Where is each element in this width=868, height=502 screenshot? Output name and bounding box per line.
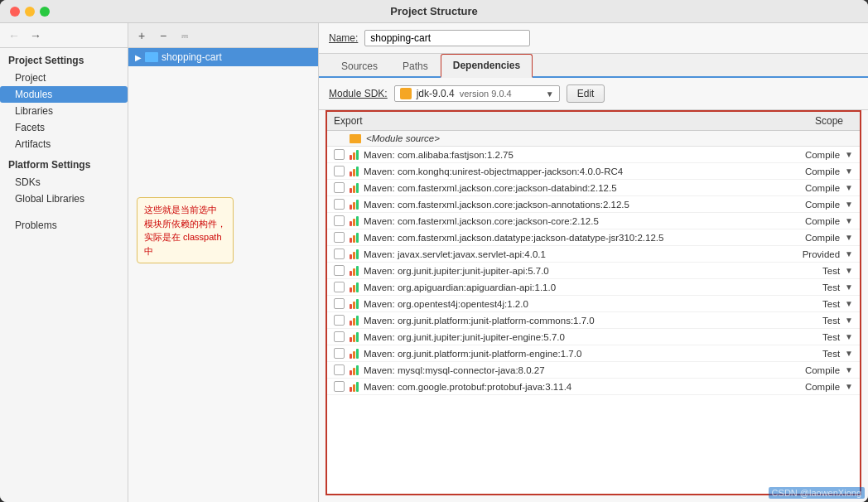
- dep-row[interactable]: Maven: org.opentest4j:opentest4j:1.2.0 T…: [327, 296, 860, 312]
- dep-scope-dropdown-icon[interactable]: ▼: [845, 382, 853, 391]
- dep-scope-dropdown-icon[interactable]: ▼: [845, 183, 853, 192]
- dep-scope: Test: [786, 299, 840, 309]
- dep-icon: [350, 216, 359, 226]
- dep-checkbox[interactable]: [334, 166, 345, 176]
- dep-row[interactable]: Maven: com.fasterxml.jackson.datatype:ja…: [327, 229, 860, 246]
- module-sdk-row: Module SDK: jdk-9.0.4 version 9.0.4 ▼ Ed…: [319, 78, 868, 110]
- sidebar-item-facets[interactable]: Facets: [0, 119, 128, 136]
- dep-icon: [350, 365, 359, 375]
- export-header: Export: [334, 115, 383, 127]
- dep-row[interactable]: Maven: org.apiguardian:apiguardian-api:1…: [327, 279, 860, 296]
- sidebar-nav: ← →: [0, 23, 128, 48]
- minimize-button[interactable]: [25, 7, 35, 17]
- sdk-icon: [400, 88, 412, 99]
- dep-row[interactable]: Maven: com.konghq:unirest-objectmapper-j…: [327, 163, 860, 180]
- dep-name: Maven: com.konghq:unirest-objectmapper-j…: [364, 167, 781, 176]
- annotation-text: 这些就是当前选中模块所依赖的构件，实际是在 classpath中: [144, 205, 226, 256]
- dep-scope-dropdown-icon[interactable]: ▼: [845, 150, 853, 159]
- dep-scope-dropdown-icon[interactable]: ▼: [845, 365, 853, 374]
- sidebar-item-problems[interactable]: Problems: [0, 217, 128, 234]
- dep-checkbox[interactable]: [334, 282, 345, 292]
- dep-row[interactable]: Maven: javax.servlet:javax.servlet-api:4…: [327, 246, 860, 263]
- dep-icon: [350, 233, 359, 243]
- dep-row[interactable]: Maven: com.google.protobuf:protobuf-java…: [327, 379, 860, 395]
- dep-icon: [350, 183, 359, 193]
- dep-name: Maven: org.junit.jupiter:junit-jupiter-a…: [364, 266, 781, 276]
- dep-checkbox[interactable]: [334, 265, 345, 276]
- tab-paths[interactable]: Paths: [390, 55, 441, 77]
- dep-scope-dropdown-icon[interactable]: ▼: [845, 316, 853, 325]
- dep-checkbox[interactable]: [334, 298, 345, 309]
- dep-checkbox[interactable]: [334, 348, 345, 359]
- dep-checkbox[interactable]: [334, 381, 345, 392]
- dep-row[interactable]: Maven: com.fasterxml.jackson.core:jackso…: [327, 213, 860, 229]
- dep-checkbox[interactable]: [334, 182, 345, 193]
- dep-scope: Compile: [786, 150, 840, 160]
- sidebar-item-modules[interactable]: Modules: [0, 86, 128, 103]
- name-row: Name:: [319, 23, 868, 54]
- add-module-button[interactable]: +: [133, 27, 150, 44]
- tab-sources[interactable]: Sources: [329, 55, 390, 77]
- dep-scope-dropdown-icon[interactable]: ▼: [845, 349, 853, 358]
- deps-body[interactable]: <Module source> Maven: com.alibaba:fastj…: [327, 131, 860, 494]
- back-arrow-icon[interactable]: ←: [5, 27, 23, 44]
- dep-scope-dropdown-icon[interactable]: ▼: [845, 249, 853, 258]
- dep-scope-dropdown-icon[interactable]: ▼: [845, 266, 853, 275]
- dep-checkbox[interactable]: [334, 232, 345, 243]
- dep-row[interactable]: Maven: com.fasterxml.jackson.core:jackso…: [327, 180, 860, 196]
- sdk-select[interactable]: jdk-9.0.4 version 9.0.4 ▼: [394, 85, 560, 102]
- dep-scope-dropdown-icon[interactable]: ▼: [845, 200, 853, 209]
- sidebar-item-sdks[interactable]: SDKs: [0, 174, 128, 191]
- dep-checkbox[interactable]: [334, 149, 345, 160]
- sidebar-item-artifacts[interactable]: Artifacts: [0, 136, 128, 152]
- dep-row[interactable]: Maven: org.junit.jupiter:junit-jupiter-a…: [327, 263, 860, 279]
- dep-scope-dropdown-icon[interactable]: ▼: [845, 282, 853, 292]
- dep-checkbox[interactable]: [334, 364, 345, 375]
- dep-name: Maven: com.fasterxml.jackson.core:jackso…: [364, 216, 781, 226]
- dep-scope-dropdown-icon[interactable]: ▼: [845, 233, 853, 242]
- dep-checkbox[interactable]: [334, 331, 345, 342]
- maximize-button[interactable]: [40, 7, 50, 17]
- dep-checkbox[interactable]: [334, 315, 345, 326]
- dep-scope-dropdown-icon[interactable]: ▼: [845, 332, 853, 341]
- dep-row[interactable]: Maven: com.fasterxml.jackson.core:jackso…: [327, 196, 860, 213]
- copy-module-button[interactable]: ⎓: [176, 27, 193, 44]
- dep-row[interactable]: Maven: org.junit.platform:junit-platform…: [327, 312, 860, 329]
- edit-button[interactable]: Edit: [567, 84, 605, 103]
- dep-scope: Compile: [786, 233, 840, 243]
- module-tree-item[interactable]: ▶ shopping-cart: [128, 48, 318, 66]
- project-settings-header: Project Settings: [0, 48, 128, 70]
- source-folder-icon: [350, 134, 361, 143]
- dep-row[interactable]: Maven: org.junit.platform:junit-platform…: [327, 345, 860, 362]
- dep-row[interactable]: Maven: com.alibaba:fastjson:1.2.75 Compi…: [327, 147, 860, 163]
- tabs-row: Sources Paths Dependencies: [319, 54, 868, 78]
- dep-row[interactable]: Maven: mysql:mysql-connector-java:8.0.27…: [327, 362, 860, 379]
- dep-scope-dropdown-icon[interactable]: ▼: [845, 299, 853, 308]
- forward-arrow-icon[interactable]: →: [27, 27, 45, 44]
- close-button[interactable]: [10, 7, 20, 17]
- sidebar-item-global-libraries[interactable]: Global Libraries: [0, 191, 128, 207]
- window-controls[interactable]: [10, 7, 50, 17]
- module-folder-icon: [145, 52, 158, 62]
- sidebar-item-project[interactable]: Project: [0, 70, 128, 86]
- sidebar-item-libraries[interactable]: Libraries: [0, 103, 128, 119]
- dep-checkbox[interactable]: [334, 199, 345, 210]
- sdk-dropdown-arrow-icon: ▼: [546, 89, 554, 99]
- name-input[interactable]: [364, 30, 530, 46]
- dep-scope: Provided: [786, 249, 840, 259]
- dep-scope: Test: [786, 316, 840, 326]
- tab-dependencies[interactable]: Dependencies: [441, 54, 533, 78]
- dep-scope: Compile: [786, 382, 840, 392]
- module-tree-area: + − ⎓ ▶ shopping-cart 这些就是当前选中模块所依赖的构件，实…: [128, 23, 319, 502]
- dep-row[interactable]: Maven: org.junit.jupiter:junit-jupiter-e…: [327, 329, 860, 345]
- platform-settings-header: Platform Settings: [0, 152, 128, 174]
- dependencies-table: Export Scope <Module source>: [326, 110, 861, 495]
- dep-scope-dropdown-icon[interactable]: ▼: [845, 216, 853, 225]
- remove-module-button[interactable]: −: [155, 27, 171, 44]
- module-source-row: <Module source>: [327, 131, 860, 147]
- expand-arrow-icon: ▶: [135, 53, 142, 62]
- dep-scope-dropdown-icon[interactable]: ▼: [845, 167, 853, 176]
- dep-checkbox[interactable]: [334, 215, 345, 226]
- dep-name: Maven: org.apiguardian:apiguardian-api:1…: [364, 282, 781, 292]
- dep-checkbox[interactable]: [334, 249, 345, 259]
